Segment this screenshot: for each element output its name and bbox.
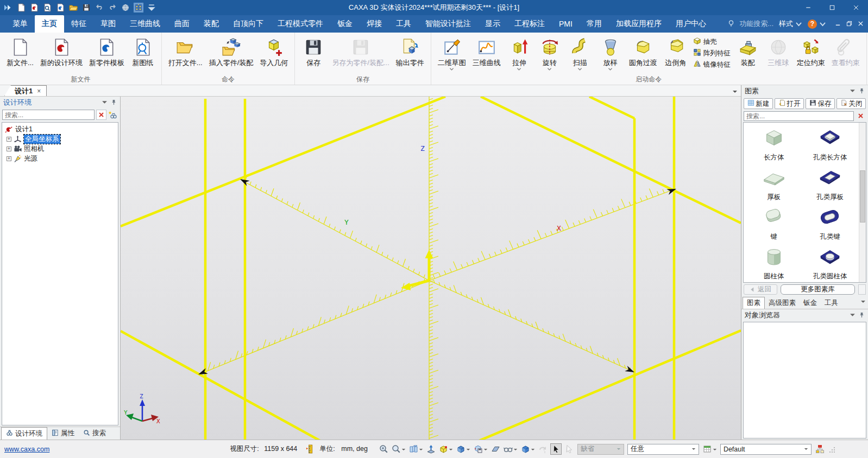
ribbon-button-导入几何[interactable]: 导入几何 [256, 35, 291, 73]
resize-grip[interactable] [828, 446, 835, 453]
ribbon-button-新零件模板[interactable]: 新零件模板 [86, 35, 128, 73]
menu-tab-主页[interactable]: 主页 [35, 15, 64, 33]
ribbon-button-保存[interactable]: 保存 [298, 35, 329, 73]
menu-tab-自顶向下[interactable]: 自顶向下 [226, 15, 271, 33]
catalog-button-保存[interactable]: 保存 [806, 98, 835, 109]
ribbon-button-新图纸[interactable]: 新图纸 [128, 35, 158, 73]
menu-tab-草图[interactable]: 草图 [93, 15, 123, 33]
doc-close-icon[interactable] [858, 20, 864, 28]
tree-expander[interactable]: + [7, 156, 11, 161]
qa-redo[interactable] [108, 3, 117, 12]
menu-tab-用户中心[interactable]: 用户中心 [669, 15, 713, 33]
catalog-tab-钣金[interactable]: 钣金 [800, 297, 821, 309]
pin-icon[interactable] [859, 311, 865, 320]
ribbon-button-扫描[interactable]: 扫描 [565, 35, 595, 73]
chevron-down-icon[interactable] [449, 446, 453, 453]
view-face-blue-icon[interactable] [456, 444, 471, 454]
document-tab-close-icon[interactable]: × [37, 87, 41, 95]
catalog-search-input[interactable] [744, 111, 854, 121]
zoom-window-icon[interactable] [379, 444, 389, 454]
view-normal-icon[interactable] [426, 444, 436, 454]
view-plane-icon[interactable] [490, 444, 501, 454]
render-style-dropdown[interactable]: Default [720, 444, 812, 455]
panel-menu-caret-icon[interactable] [850, 87, 856, 96]
org-flag-icon[interactable] [815, 444, 825, 454]
clear-search-button[interactable] [856, 111, 866, 121]
qa-page-blank[interactable] [16, 3, 26, 12]
caxa-website-link[interactable]: www.caxa.com [4, 446, 49, 453]
pin-icon[interactable] [111, 99, 117, 107]
maximize-button[interactable] [820, 0, 844, 15]
ruler-icon[interactable] [306, 444, 314, 454]
ribbon-button-定位约束[interactable]: 定位约束 [794, 35, 828, 73]
chevron-down-icon[interactable] [466, 446, 470, 453]
document-tab[interactable]: 设计1 × [4, 85, 47, 96]
qa-floppy-sm[interactable] [81, 3, 91, 12]
snap-mode-dropdown[interactable]: 任意 [627, 444, 699, 455]
menu-tab-钣金[interactable]: 钣金 [330, 15, 360, 33]
gallery-item-厚板[interactable]: 厚板 [746, 166, 802, 202]
menu-tab-工程标注[interactable]: 工程标注 [507, 15, 552, 33]
menu-tab-工具[interactable]: 工具 [389, 15, 418, 33]
gallery-item-键[interactable]: 键 [746, 205, 802, 241]
catalog-tab-高级图素[interactable]: 高级图素 [765, 297, 800, 309]
chevron-down-icon[interactable] [401, 446, 406, 453]
select-cursor-icon[interactable] [550, 443, 562, 455]
tree-expander[interactable]: + [7, 137, 11, 142]
advanced-find-icon[interactable] [108, 110, 118, 120]
menu-tab-智能设计批注[interactable]: 智能设计批注 [418, 15, 478, 33]
menu-tab-常用[interactable]: 常用 [580, 15, 609, 33]
tab-list-caret-icon[interactable] [732, 87, 738, 96]
qa-network[interactable] [121, 3, 130, 12]
tree-item-照相机[interactable]: +照相机 [3, 144, 117, 154]
doc-minimize-icon[interactable] [835, 20, 841, 28]
tree-item-设计1[interactable]: 设计1 [3, 124, 117, 134]
tree-search-input[interactable] [2, 110, 95, 120]
ribbon-button-镜像特征[interactable]: 镜像特征 [693, 60, 731, 69]
menu-tab-PMI[interactable]: PMI [552, 15, 580, 33]
menu-tab-菜单[interactable]: 菜单 [5, 15, 35, 33]
pin-icon[interactable] [859, 87, 865, 96]
qa-page-mag[interactable] [42, 3, 52, 12]
catalog-button-关闭[interactable]: 关闭 [836, 98, 866, 109]
catalog-button-打开[interactable]: 打开 [775, 98, 804, 109]
panel-tab-设计环境[interactable]: 设计环境 [1, 427, 47, 440]
gallery-item-孔类长方体[interactable]: 孔类长方体 [802, 126, 859, 162]
gallery-item-长方体[interactable]: 长方体 [746, 126, 802, 162]
menu-tab-三维曲线[interactable]: 三维曲线 [123, 15, 167, 33]
tree-item-全局坐标系[interactable]: +全局坐标系 [3, 134, 117, 144]
menu-tab-工程模式零件[interactable]: 工程模式零件 [271, 15, 330, 33]
zoom-dropdown-icon[interactable] [391, 444, 406, 454]
gallery-item-圆柱体[interactable]: 圆柱体 [746, 245, 802, 281]
chevron-down-icon[interactable] [419, 446, 423, 453]
menu-tab-焊接[interactable]: 焊接 [360, 15, 389, 33]
qa-customize[interactable] [134, 3, 143, 12]
view-cube-icon[interactable] [520, 444, 536, 454]
more-libraries-button[interactable]: 更多图素库 [781, 284, 855, 295]
gallery-item-孔类厚板[interactable]: 孔类厚板 [802, 166, 859, 202]
qa-caret-tiny[interactable] [147, 3, 156, 12]
visibility-glasses-icon[interactable] [503, 444, 518, 454]
menu-tab-加载应用程序[interactable]: 加载应用程序 [609, 15, 669, 33]
qa-folder-open-sm[interactable] [68, 3, 78, 12]
view-iso-yellow-icon[interactable] [438, 444, 454, 454]
object-browser-area[interactable] [743, 322, 866, 438]
ribbon-button-旋转[interactable]: 旋转 [534, 35, 565, 73]
view-save-icon[interactable] [473, 444, 488, 454]
minimize-button[interactable] [796, 0, 820, 15]
ribbon-button-新的设计环境[interactable]: 新的设计环境 [37, 35, 86, 73]
qa-page-blue[interactable] [55, 3, 65, 12]
clear-search-button[interactable] [96, 110, 106, 120]
menu-tab-特征[interactable]: 特征 [64, 15, 93, 33]
gallery-scrollbar[interactable] [859, 123, 866, 282]
style-dropdown[interactable]: 样式 [779, 19, 802, 29]
tree-item-光源[interactable]: +光源 [3, 154, 117, 163]
ribbon-button-插入零件/装配[interactable]: 插入零件/装配 [206, 35, 257, 73]
nav-spacer-button[interactable] [858, 284, 866, 295]
menu-tab-曲面[interactable]: 曲面 [167, 15, 197, 33]
menu-tab-装配[interactable]: 装配 [197, 15, 226, 33]
chevron-down-icon[interactable] [513, 446, 518, 453]
doc-restore-icon[interactable] [846, 20, 852, 28]
ribbon-button-二维草图[interactable]: 二维草图 [435, 35, 469, 73]
ribbon-button-抽壳[interactable]: 抽壳 [693, 37, 731, 47]
